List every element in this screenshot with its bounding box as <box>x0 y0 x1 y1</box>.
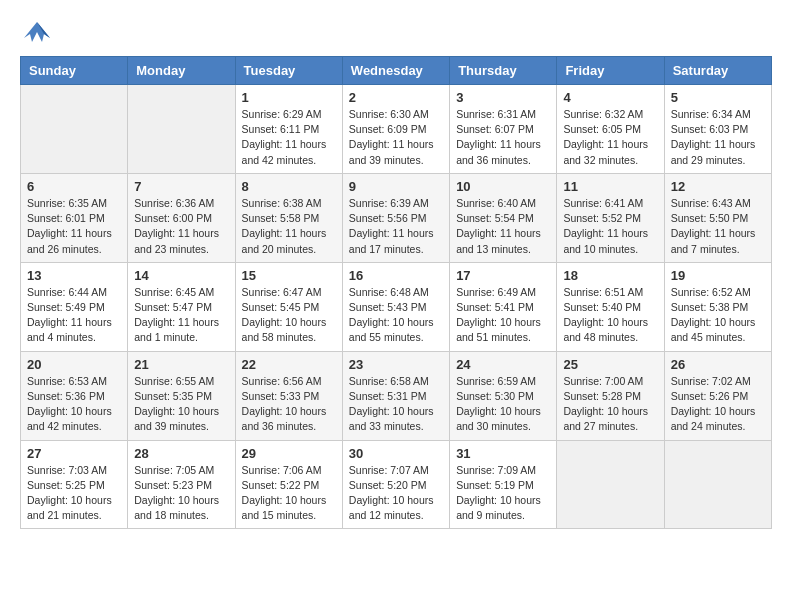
calendar-cell: 15Sunrise: 6:47 AM Sunset: 5:45 PM Dayli… <box>235 262 342 351</box>
calendar-cell: 8Sunrise: 6:38 AM Sunset: 5:58 PM Daylig… <box>235 173 342 262</box>
calendar-cell: 13Sunrise: 6:44 AM Sunset: 5:49 PM Dayli… <box>21 262 128 351</box>
day-info: Sunrise: 7:09 AM Sunset: 5:19 PM Dayligh… <box>456 463 550 524</box>
day-info: Sunrise: 6:58 AM Sunset: 5:31 PM Dayligh… <box>349 374 443 435</box>
day-info: Sunrise: 6:47 AM Sunset: 5:45 PM Dayligh… <box>242 285 336 346</box>
calendar-week-row: 27Sunrise: 7:03 AM Sunset: 5:25 PM Dayli… <box>21 440 772 529</box>
day-number: 16 <box>349 268 443 283</box>
day-info: Sunrise: 6:55 AM Sunset: 5:35 PM Dayligh… <box>134 374 228 435</box>
calendar-week-row: 13Sunrise: 6:44 AM Sunset: 5:49 PM Dayli… <box>21 262 772 351</box>
day-number: 21 <box>134 357 228 372</box>
day-info: Sunrise: 6:48 AM Sunset: 5:43 PM Dayligh… <box>349 285 443 346</box>
day-number: 22 <box>242 357 336 372</box>
calendar-cell: 21Sunrise: 6:55 AM Sunset: 5:35 PM Dayli… <box>128 351 235 440</box>
calendar-cell: 5Sunrise: 6:34 AM Sunset: 6:03 PM Daylig… <box>664 85 771 174</box>
calendar-cell: 25Sunrise: 7:00 AM Sunset: 5:28 PM Dayli… <box>557 351 664 440</box>
day-info: Sunrise: 6:36 AM Sunset: 6:00 PM Dayligh… <box>134 196 228 257</box>
day-info: Sunrise: 7:05 AM Sunset: 5:23 PM Dayligh… <box>134 463 228 524</box>
day-number: 14 <box>134 268 228 283</box>
calendar-table: SundayMondayTuesdayWednesdayThursdayFrid… <box>20 56 772 529</box>
calendar-cell: 1Sunrise: 6:29 AM Sunset: 6:11 PM Daylig… <box>235 85 342 174</box>
calendar-cell: 31Sunrise: 7:09 AM Sunset: 5:19 PM Dayli… <box>450 440 557 529</box>
calendar-cell: 9Sunrise: 6:39 AM Sunset: 5:56 PM Daylig… <box>342 173 449 262</box>
calendar-week-row: 6Sunrise: 6:35 AM Sunset: 6:01 PM Daylig… <box>21 173 772 262</box>
calendar-cell: 16Sunrise: 6:48 AM Sunset: 5:43 PM Dayli… <box>342 262 449 351</box>
day-info: Sunrise: 7:07 AM Sunset: 5:20 PM Dayligh… <box>349 463 443 524</box>
calendar-cell: 11Sunrise: 6:41 AM Sunset: 5:52 PM Dayli… <box>557 173 664 262</box>
calendar-cell: 10Sunrise: 6:40 AM Sunset: 5:54 PM Dayli… <box>450 173 557 262</box>
page-header <box>20 20 772 40</box>
day-info: Sunrise: 6:49 AM Sunset: 5:41 PM Dayligh… <box>456 285 550 346</box>
day-info: Sunrise: 6:31 AM Sunset: 6:07 PM Dayligh… <box>456 107 550 168</box>
day-info: Sunrise: 6:53 AM Sunset: 5:36 PM Dayligh… <box>27 374 121 435</box>
calendar-cell: 12Sunrise: 6:43 AM Sunset: 5:50 PM Dayli… <box>664 173 771 262</box>
weekday-header-wednesday: Wednesday <box>342 57 449 85</box>
day-info: Sunrise: 7:06 AM Sunset: 5:22 PM Dayligh… <box>242 463 336 524</box>
day-info: Sunrise: 6:51 AM Sunset: 5:40 PM Dayligh… <box>563 285 657 346</box>
calendar-header-row: SundayMondayTuesdayWednesdayThursdayFrid… <box>21 57 772 85</box>
calendar-cell: 4Sunrise: 6:32 AM Sunset: 6:05 PM Daylig… <box>557 85 664 174</box>
day-number: 15 <box>242 268 336 283</box>
calendar-week-row: 20Sunrise: 6:53 AM Sunset: 5:36 PM Dayli… <box>21 351 772 440</box>
logo <box>20 20 52 40</box>
day-number: 19 <box>671 268 765 283</box>
day-number: 20 <box>27 357 121 372</box>
svg-marker-0 <box>24 22 50 42</box>
day-number: 5 <box>671 90 765 105</box>
day-number: 25 <box>563 357 657 372</box>
day-number: 17 <box>456 268 550 283</box>
logo-bird-icon <box>22 20 52 44</box>
day-info: Sunrise: 7:00 AM Sunset: 5:28 PM Dayligh… <box>563 374 657 435</box>
day-number: 8 <box>242 179 336 194</box>
day-info: Sunrise: 6:32 AM Sunset: 6:05 PM Dayligh… <box>563 107 657 168</box>
weekday-header-monday: Monday <box>128 57 235 85</box>
day-number: 7 <box>134 179 228 194</box>
day-info: Sunrise: 6:40 AM Sunset: 5:54 PM Dayligh… <box>456 196 550 257</box>
day-info: Sunrise: 6:29 AM Sunset: 6:11 PM Dayligh… <box>242 107 336 168</box>
day-number: 29 <box>242 446 336 461</box>
weekday-header-saturday: Saturday <box>664 57 771 85</box>
day-number: 26 <box>671 357 765 372</box>
day-info: Sunrise: 7:02 AM Sunset: 5:26 PM Dayligh… <box>671 374 765 435</box>
weekday-header-friday: Friday <box>557 57 664 85</box>
calendar-cell: 7Sunrise: 6:36 AM Sunset: 6:00 PM Daylig… <box>128 173 235 262</box>
day-number: 11 <box>563 179 657 194</box>
day-info: Sunrise: 6:56 AM Sunset: 5:33 PM Dayligh… <box>242 374 336 435</box>
calendar-cell: 6Sunrise: 6:35 AM Sunset: 6:01 PM Daylig… <box>21 173 128 262</box>
day-info: Sunrise: 6:39 AM Sunset: 5:56 PM Dayligh… <box>349 196 443 257</box>
day-info: Sunrise: 6:35 AM Sunset: 6:01 PM Dayligh… <box>27 196 121 257</box>
day-number: 27 <box>27 446 121 461</box>
calendar-cell <box>664 440 771 529</box>
calendar-cell <box>557 440 664 529</box>
calendar-cell: 14Sunrise: 6:45 AM Sunset: 5:47 PM Dayli… <box>128 262 235 351</box>
calendar-cell: 22Sunrise: 6:56 AM Sunset: 5:33 PM Dayli… <box>235 351 342 440</box>
day-number: 9 <box>349 179 443 194</box>
day-number: 23 <box>349 357 443 372</box>
weekday-header-sunday: Sunday <box>21 57 128 85</box>
day-number: 18 <box>563 268 657 283</box>
calendar-cell: 18Sunrise: 6:51 AM Sunset: 5:40 PM Dayli… <box>557 262 664 351</box>
calendar-cell: 23Sunrise: 6:58 AM Sunset: 5:31 PM Dayli… <box>342 351 449 440</box>
calendar-cell: 29Sunrise: 7:06 AM Sunset: 5:22 PM Dayli… <box>235 440 342 529</box>
day-info: Sunrise: 6:38 AM Sunset: 5:58 PM Dayligh… <box>242 196 336 257</box>
day-info: Sunrise: 6:59 AM Sunset: 5:30 PM Dayligh… <box>456 374 550 435</box>
day-number: 28 <box>134 446 228 461</box>
calendar-cell: 2Sunrise: 6:30 AM Sunset: 6:09 PM Daylig… <box>342 85 449 174</box>
calendar-cell: 3Sunrise: 6:31 AM Sunset: 6:07 PM Daylig… <box>450 85 557 174</box>
day-number: 24 <box>456 357 550 372</box>
day-info: Sunrise: 6:43 AM Sunset: 5:50 PM Dayligh… <box>671 196 765 257</box>
calendar-cell <box>128 85 235 174</box>
calendar-week-row: 1Sunrise: 6:29 AM Sunset: 6:11 PM Daylig… <box>21 85 772 174</box>
day-info: Sunrise: 6:52 AM Sunset: 5:38 PM Dayligh… <box>671 285 765 346</box>
day-number: 12 <box>671 179 765 194</box>
weekday-header-thursday: Thursday <box>450 57 557 85</box>
day-number: 13 <box>27 268 121 283</box>
day-info: Sunrise: 7:03 AM Sunset: 5:25 PM Dayligh… <box>27 463 121 524</box>
day-number: 30 <box>349 446 443 461</box>
day-number: 10 <box>456 179 550 194</box>
calendar-cell <box>21 85 128 174</box>
calendar-cell: 26Sunrise: 7:02 AM Sunset: 5:26 PM Dayli… <box>664 351 771 440</box>
day-info: Sunrise: 6:45 AM Sunset: 5:47 PM Dayligh… <box>134 285 228 346</box>
weekday-header-tuesday: Tuesday <box>235 57 342 85</box>
calendar-cell: 17Sunrise: 6:49 AM Sunset: 5:41 PM Dayli… <box>450 262 557 351</box>
day-number: 3 <box>456 90 550 105</box>
